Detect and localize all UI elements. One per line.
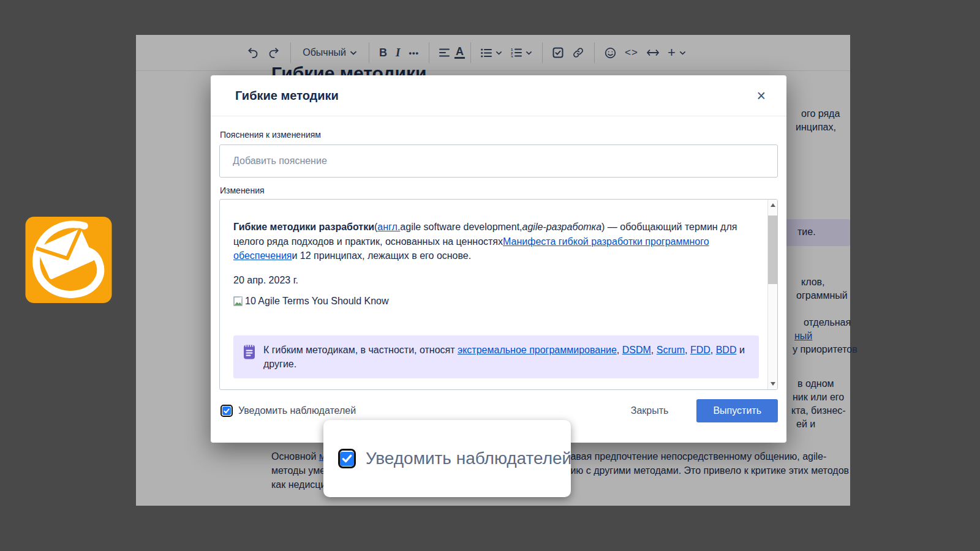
magnified-notify-checkbox[interactable] [338, 449, 356, 468]
inline-link[interactable]: DSDM [622, 345, 651, 355]
magnifier-popup: Уведомить наблюдателей [323, 420, 571, 497]
triangle-up-icon [771, 203, 775, 207]
dialog-title: Гибкие методики [235, 89, 339, 103]
close-button[interactable]: Закрыть [616, 399, 684, 422]
scroll-down-button[interactable] [768, 379, 777, 389]
publish-button[interactable]: Выпустить [696, 399, 778, 422]
inline-link[interactable]: экстремальное программирование [458, 345, 617, 355]
text: и 12 принципах, лежащих в его основе. [292, 250, 471, 261]
mail-swirl-graphic [25, 217, 112, 303]
text: , [651, 345, 657, 355]
check-icon [342, 454, 352, 463]
bold-text: Гибкие методики разработки [233, 222, 374, 232]
notify-watchers-label: Уведомить наблюдателей [238, 405, 356, 416]
notify-watchers-row[interactable]: Уведомить наблюдателей [221, 405, 356, 417]
text: agile software development, [400, 222, 522, 232]
broken-image-line: 10 Agile Terms You Should Know [233, 294, 759, 309]
text: , [685, 345, 690, 355]
broken-image-icon [233, 296, 243, 306]
publish-dialog: Гибкие методики × Пояснения к изменениям… [211, 75, 786, 443]
checkbox-checked-fill [222, 407, 231, 415]
text: К гибким методикам, в частности, относят [263, 345, 458, 355]
scrollbar-thumb[interactable] [768, 216, 777, 284]
close-icon[interactable]: × [753, 87, 769, 105]
comment-label: Пояснения к изменениям [220, 130, 778, 140]
image-alt-text: 10 Agile Terms You Should Know [245, 294, 389, 309]
scroll-up-button[interactable] [768, 200, 777, 210]
check-icon [224, 408, 230, 414]
changes-preview: Гибкие методики разработки(англ.agile so… [219, 199, 778, 390]
triangle-down-icon [771, 382, 775, 386]
checkbox-checked-fill [340, 452, 354, 466]
panel-text: К гибким методикам, в частности, относят… [263, 343, 749, 371]
date-text: 20 апр. 2023 г. [233, 273, 759, 288]
magnified-notify-label: Уведомить наблюдателей [366, 449, 571, 468]
text: , [710, 345, 716, 355]
italic-text: agile-разработка [522, 222, 602, 232]
text: , [617, 345, 622, 355]
dialog-header: Гибкие методики × [211, 75, 786, 116]
mail-notification-icon[interactable] [25, 217, 112, 303]
inline-link[interactable]: Scrum [657, 345, 685, 355]
changes-label: Изменения [220, 186, 778, 195]
notify-watchers-checkbox[interactable] [221, 405, 233, 417]
preview-paragraph: Гибкие методики разработки(англ.agile so… [233, 220, 759, 263]
info-panel: К гибким методикам, в частности, относят… [233, 335, 759, 378]
inline-link[interactable]: BDD [716, 345, 737, 355]
comment-input[interactable] [219, 144, 778, 178]
dialog-body: Пояснения к изменениям Изменения Гибкие … [211, 116, 786, 390]
dialog-footer: Уведомить наблюдателей Закрыть Выпустить [221, 399, 778, 422]
inline-link[interactable]: FDD [690, 345, 710, 355]
preview-scrollbar[interactable] [767, 200, 777, 389]
footer-actions: Закрыть Выпустить [616, 399, 778, 422]
inline-link[interactable]: англ. [377, 222, 400, 232]
preview-content: Гибкие методики разработки(англ.agile so… [220, 200, 767, 389]
note-panel-icon [243, 344, 255, 360]
